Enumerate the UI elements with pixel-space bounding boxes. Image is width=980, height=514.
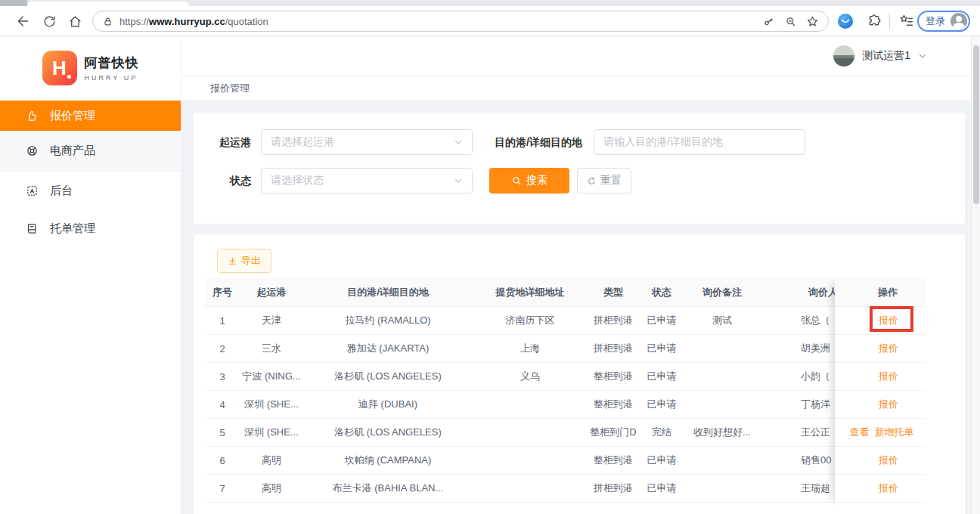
reset-icon: [587, 176, 597, 186]
browser-login-button[interactable]: 登录: [917, 11, 970, 32]
cell-origin: 深圳 (SHE...: [239, 426, 304, 439]
back-icon[interactable]: [11, 8, 36, 34]
cell-dest: 迪拜 (DUBAI): [304, 398, 472, 411]
cell-type: 拼柜到港: [588, 342, 638, 355]
cell-no: 7: [206, 483, 239, 494]
action-link[interactable]: 查看: [850, 426, 870, 439]
action-column-body: 报价报价报价报价查看新增托单报价报价: [835, 307, 926, 503]
breadcrumb: 报价管理: [181, 76, 971, 101]
cell-status: 已申请: [638, 342, 685, 355]
cell-origin: 高明: [239, 454, 304, 467]
reset-button[interactable]: 重置: [577, 168, 631, 194]
action-link[interactable]: 新增托单: [875, 426, 914, 439]
password-key-icon[interactable]: [762, 15, 775, 28]
backstage-icon: [26, 184, 39, 197]
cell-dest: 雅加达 (JAKARTA): [304, 342, 472, 355]
zoom-out-icon[interactable]: [784, 15, 797, 28]
logo-title: 阿普快快: [85, 54, 139, 72]
annotation-box: [870, 306, 913, 332]
cell-status: 已申请: [638, 398, 685, 411]
search-button[interactable]: 搜索: [489, 168, 569, 194]
table-row: 1天津拉马约 (RAMALLO)济南历下区拼柜到港已申请测试张总（: [206, 307, 926, 335]
sidebar-item-ecommerce[interactable]: 电商产品: [0, 131, 181, 172]
ecommerce-icon: [26, 144, 39, 157]
destination-label: 目的港/详细目的地: [476, 129, 582, 155]
url-bar[interactable]: https://www.hurryup.cc/quotation: [92, 11, 829, 32]
sidebar-item-quotation[interactable]: 报价管理: [0, 101, 181, 131]
cell-pickup: 上海: [472, 342, 588, 355]
scrollbar-thumb[interactable]: [973, 45, 979, 204]
column-header: 类型: [588, 286, 638, 299]
app-logo[interactable]: H 阿普快快 HURRY UP: [0, 36, 181, 100]
logo-icon: H: [42, 51, 77, 85]
browser-extension-icon[interactable]: [838, 14, 853, 29]
favorite-star-icon[interactable]: [806, 15, 819, 28]
table-row: 5深圳 (SHE...洛杉矶 (LOS ANGELES)整柜到门D完结收到好想好…: [206, 419, 926, 447]
sidebar-item-label: 后台: [50, 184, 73, 198]
user-menu[interactable]: 测试运营1: [833, 45, 927, 67]
collections-icon[interactable]: [898, 13, 914, 29]
url-text: https://www.hurryup.cc/quotation: [119, 16, 762, 27]
action-link[interactable]: 报价: [879, 370, 898, 383]
column-header: 序号: [206, 286, 239, 299]
origin-label: 起运港: [194, 129, 251, 155]
chevron-down-icon: [918, 51, 927, 60]
sidebar-menu: 报价管理 电商产品 后台 托单管理: [0, 101, 181, 247]
action-link[interactable]: 报价: [879, 342, 898, 355]
cell-dest: 洛杉矶 (LOS ANGELES): [304, 370, 472, 383]
refresh-icon[interactable]: [36, 8, 62, 34]
table-row: 7高明布兰卡港 (BAHIA BLAN...拼柜到港已申请王瑞超: [206, 475, 926, 503]
cell-type: 整柜到门D: [588, 426, 638, 439]
cell-type: 整柜到港: [588, 370, 638, 383]
cell-status: 已申请: [638, 481, 685, 495]
chevron-down-icon: [454, 176, 463, 185]
cell-type: 整柜到港: [588, 398, 638, 411]
table-body: 1天津拉马约 (RAMALLO)济南历下区拼柜到港已申请测试张总（2三水雅加达 …: [206, 307, 926, 503]
table-panel: 导出 序号 起运港 目的港/详细目的地 提货地详细地址 类型 状态 询价备注 询…: [194, 234, 965, 514]
cell-no: 5: [206, 427, 239, 438]
action-link[interactable]: 报价: [879, 481, 898, 495]
cell-origin: 深圳 (SHE...: [239, 398, 304, 411]
top-header: 测试运营1: [181, 36, 971, 76]
table-row: 4深圳 (SHE...迪拜 (DUBAI)整柜到港已申请丁杨洋: [206, 391, 926, 419]
column-header: 提货地详细地址: [472, 286, 588, 299]
status-select[interactable]: 请选择状态: [261, 168, 473, 194]
column-header: 状态: [638, 286, 685, 299]
window-edge: [0, 0, 27, 6]
column-header: 目的港/详细目的地: [304, 286, 472, 299]
cell-status: 已申请: [638, 454, 685, 467]
chevron-down-icon: [454, 138, 463, 147]
action-row: 报价: [835, 475, 926, 503]
cell-type: 拼柜到港: [588, 314, 638, 327]
page-scrollbar[interactable]: [971, 36, 980, 514]
cell-status: 已申请: [638, 314, 685, 327]
download-icon: [228, 256, 237, 266]
origin-select[interactable]: 请选择起运港: [261, 129, 473, 155]
cell-origin: 高明: [239, 481, 304, 495]
browser-tab-strip: [0, 0, 980, 6]
search-icon: [511, 175, 522, 186]
destination-input[interactable]: 请输入目的港/详细目的地: [594, 129, 805, 155]
toolbar-separator: [889, 14, 890, 29]
action-link[interactable]: 报价: [879, 454, 898, 467]
home-icon[interactable]: [62, 8, 88, 34]
action-link[interactable]: 报价: [879, 398, 898, 411]
sidebar-item-label: 报价管理: [50, 109, 95, 123]
action-row: 报价: [835, 335, 926, 363]
cell-pickup: 义乌: [472, 370, 588, 383]
sidebar-item-orders[interactable]: 托单管理: [0, 209, 181, 247]
breadcrumb-item: 报价管理: [210, 82, 250, 95]
table-row: 3宁波 (NING...洛杉矶 (LOS ANGELES)义乌整柜到港已申请小韵…: [206, 363, 926, 391]
cell-no: 2: [206, 343, 239, 355]
action-row: 报价: [835, 391, 926, 419]
browser-toolbar: https://www.hurryup.cc/quotation 登录: [0, 6, 980, 36]
sidebar-item-backstage[interactable]: 后台: [0, 172, 181, 209]
export-button[interactable]: 导出: [217, 249, 271, 273]
user-avatar: [833, 45, 854, 67]
search-panel: 起运港 请选择起运港 目的港/详细目的地 请输入目的港/详细目的地 状态 请选择…: [194, 113, 965, 224]
table-row: 2三水雅加达 (JAKARTA)上海拼柜到港已申请胡美洲: [206, 335, 926, 363]
action-row: 报价: [835, 447, 926, 475]
cell-remark: 测试: [685, 314, 759, 327]
extensions-puzzle-icon[interactable]: [867, 13, 882, 29]
cell-dest: 洛杉矶 (LOS ANGELES): [304, 426, 472, 439]
